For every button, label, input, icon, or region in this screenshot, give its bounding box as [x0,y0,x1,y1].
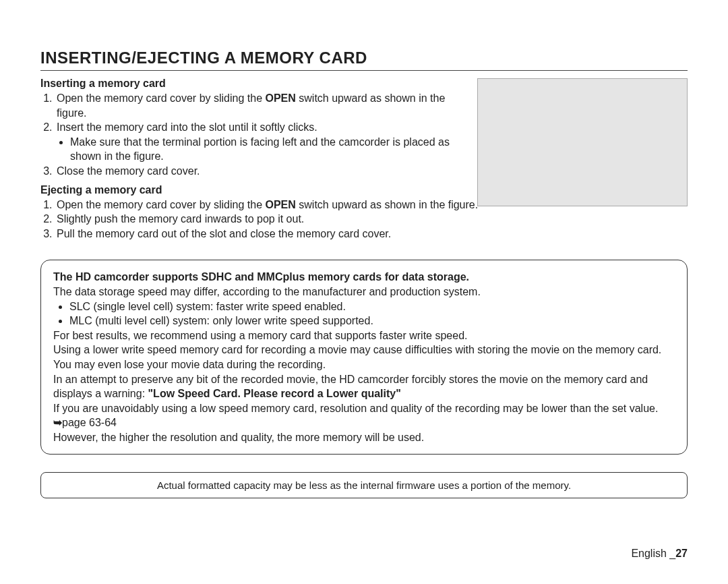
list-item: MLC (multi level cell) system: only lowe… [69,314,675,328]
list-item: Slightly push the memory card inwards to… [55,212,688,227]
list-item: Make sure that the terminal portion is f… [70,135,458,164]
page-footer: English _27 [631,548,688,560]
list-item: SLC (single level cell) system: faster w… [69,299,675,314]
section-title: INSERTING/EJECTING A MEMORY CARD [40,49,688,71]
open-label: OPEN [265,92,295,104]
sub-bullets: Make sure that the terminal portion is f… [57,135,458,164]
text: Open the memory card cover by sliding th… [57,199,265,210]
info-box: The HD camcorder supports SDHC and MMCpl… [40,260,688,455]
subheading-inserting: Inserting a memory card [40,78,458,90]
list-item: Insert the memory card into the slot unt… [55,120,458,164]
figure-placeholder [477,78,688,206]
info-bullets: SLC (single level cell) system: faster w… [56,299,675,328]
note-box: Actual formatted capacity may be less as… [40,472,688,498]
page-number: 27 [675,548,688,559]
text: Open the memory card cover by sliding th… [57,92,265,104]
info-line: In an attempt to preserve any bit of the… [53,372,675,401]
warning-text: "Low Speed Card. Please record a Lower q… [148,388,401,399]
text: If you are unavoidably using a low speed… [53,403,658,414]
info-line: Using a lower write speed memory card fo… [53,343,675,372]
info-line: However, the higher the resolution and q… [53,430,675,445]
info-line: The data storage speed may differ, accor… [53,285,675,299]
open-label: OPEN [265,199,295,210]
list-item: Close the memory card cover. [55,164,458,179]
inserting-steps: Open the memory card cover by sliding th… [40,91,458,179]
info-heading: The HD camcorder supports SDHC and MMCpl… [53,270,675,285]
text: switch upward as shown in the figure. [296,199,478,210]
note-text: Actual formatted capacity may be less as… [157,479,571,491]
manual-page: INSERTING/EJECTING A MEMORY CARD Inserti… [0,0,728,584]
page-ref: page 63-64 [62,417,117,428]
info-line: For best results, we recommend using a m… [53,328,675,343]
list-item: Open the memory card cover by sliding th… [55,91,458,120]
footer-language: English _ [631,548,675,559]
page-ref-arrow-icon: ➥ [53,417,62,428]
info-line: If you are unavoidably using a low speed… [53,401,675,430]
text: Insert the memory card into the slot unt… [57,121,317,133]
list-item: Pull the memory card out of the slot and… [55,227,688,241]
